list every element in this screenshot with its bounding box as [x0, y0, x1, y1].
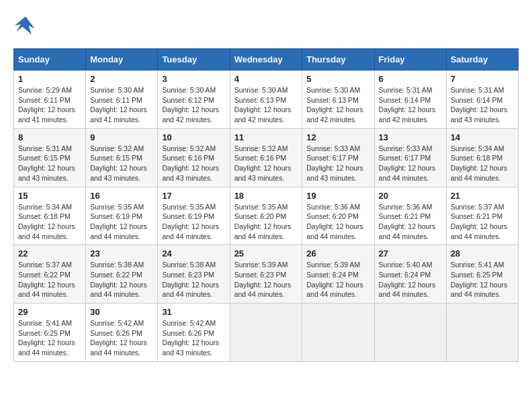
- day-number: 25: [234, 248, 298, 259]
- weekday-header: Wednesday: [230, 49, 302, 71]
- svg-marker-0: [15, 17, 35, 35]
- day-number: 29: [18, 307, 81, 317]
- day-number: 13: [379, 132, 442, 142]
- day-info: Sunrise: 5:33 AMSunset: 6:17 PMDaylight:…: [306, 144, 369, 183]
- calendar-cell: 9Sunrise: 5:32 AMSunset: 6:15 PMDaylight…: [86, 128, 158, 187]
- day-info: Sunrise: 5:42 AMSunset: 6:26 PMDaylight:…: [90, 318, 153, 358]
- day-info: Sunrise: 5:32 AMSunset: 6:15 PMDaylight:…: [90, 144, 153, 183]
- day-number: 21: [451, 191, 514, 201]
- calendar-cell: 14Sunrise: 5:34 AMSunset: 6:18 PMDayligh…: [446, 128, 518, 187]
- day-number: 19: [306, 191, 369, 201]
- day-number: 2: [90, 74, 153, 84]
- calendar-cell: 8Sunrise: 5:31 AMSunset: 6:15 PMDaylight…: [14, 128, 86, 187]
- page-header: [13, 13, 519, 38]
- calendar-cell: 17Sunrise: 5:35 AMSunset: 6:19 PMDayligh…: [158, 187, 230, 245]
- day-info: Sunrise: 5:38 AMSunset: 6:22 PMDaylight:…: [90, 260, 153, 300]
- day-number: 27: [379, 248, 442, 259]
- day-number: 6: [379, 74, 442, 84]
- day-info: Sunrise: 5:39 AMSunset: 6:23 PMDaylight:…: [234, 260, 298, 300]
- calendar-cell: [230, 304, 302, 362]
- day-number: 20: [379, 191, 442, 201]
- day-number: 18: [234, 191, 298, 201]
- day-number: 15: [18, 191, 81, 201]
- calendar-cell: 28Sunrise: 5:41 AMSunset: 6:25 PMDayligh…: [446, 245, 518, 304]
- weekday-header: Thursday: [302, 49, 374, 71]
- day-info: Sunrise: 5:30 AMSunset: 6:12 PMDaylight:…: [162, 85, 225, 125]
- day-info: Sunrise: 5:34 AMSunset: 6:18 PMDaylight:…: [451, 144, 514, 183]
- day-info: Sunrise: 5:35 AMSunset: 6:19 PMDaylight:…: [162, 202, 225, 242]
- day-info: Sunrise: 5:39 AMSunset: 6:24 PMDaylight:…: [306, 260, 369, 300]
- day-info: Sunrise: 5:34 AMSunset: 6:18 PMDaylight:…: [18, 202, 81, 242]
- day-number: 14: [451, 132, 514, 142]
- day-info: Sunrise: 5:31 AMSunset: 6:14 PMDaylight:…: [451, 85, 514, 125]
- day-number: 31: [162, 307, 225, 317]
- day-number: 22: [18, 248, 81, 259]
- day-number: 3: [162, 74, 225, 84]
- calendar-cell: 24Sunrise: 5:38 AMSunset: 6:23 PMDayligh…: [158, 245, 230, 304]
- calendar-cell: 22Sunrise: 5:37 AMSunset: 6:22 PMDayligh…: [14, 245, 86, 304]
- calendar-cell: 30Sunrise: 5:42 AMSunset: 6:26 PMDayligh…: [86, 304, 158, 362]
- calendar-table: SundayMondayTuesdayWednesdayThursdayFrid…: [13, 48, 519, 362]
- day-number: 30: [90, 307, 153, 317]
- calendar-cell: 18Sunrise: 5:35 AMSunset: 6:20 PMDayligh…: [230, 187, 302, 245]
- day-info: Sunrise: 5:32 AMSunset: 6:16 PMDaylight:…: [162, 144, 225, 183]
- day-info: Sunrise: 5:42 AMSunset: 6:26 PMDaylight:…: [162, 318, 225, 358]
- day-info: Sunrise: 5:38 AMSunset: 6:23 PMDaylight:…: [162, 260, 225, 300]
- day-info: Sunrise: 5:30 AMSunset: 6:13 PMDaylight:…: [306, 85, 369, 125]
- day-info: Sunrise: 5:36 AMSunset: 6:20 PMDaylight:…: [306, 202, 369, 242]
- day-number: 12: [306, 132, 369, 142]
- day-number: 28: [451, 248, 514, 259]
- day-number: 17: [162, 191, 225, 201]
- calendar-cell: 13Sunrise: 5:33 AMSunset: 6:17 PMDayligh…: [374, 128, 446, 187]
- day-info: Sunrise: 5:33 AMSunset: 6:17 PMDaylight:…: [379, 144, 442, 183]
- day-info: Sunrise: 5:36 AMSunset: 6:21 PMDaylight:…: [379, 202, 442, 242]
- day-number: 16: [90, 191, 153, 201]
- day-info: Sunrise: 5:37 AMSunset: 6:21 PMDaylight:…: [451, 202, 514, 242]
- calendar-cell: [302, 304, 374, 362]
- day-number: 7: [451, 74, 514, 84]
- day-number: 4: [234, 74, 298, 84]
- calendar-cell: [446, 304, 518, 362]
- calendar-cell: 29Sunrise: 5:41 AMSunset: 6:25 PMDayligh…: [14, 304, 86, 362]
- calendar-cell: 6Sunrise: 5:31 AMSunset: 6:14 PMDaylight…: [374, 71, 446, 129]
- day-info: Sunrise: 5:41 AMSunset: 6:25 PMDaylight:…: [451, 260, 514, 300]
- day-number: 23: [90, 248, 153, 259]
- day-info: Sunrise: 5:41 AMSunset: 6:25 PMDaylight:…: [18, 318, 81, 358]
- day-number: 8: [18, 132, 81, 142]
- day-info: Sunrise: 5:29 AMSunset: 6:11 PMDaylight:…: [18, 85, 81, 125]
- day-number: 11: [234, 132, 298, 142]
- day-number: 26: [306, 248, 369, 259]
- calendar-cell: 21Sunrise: 5:37 AMSunset: 6:21 PMDayligh…: [446, 187, 518, 245]
- day-number: 10: [162, 132, 225, 142]
- calendar-cell: 19Sunrise: 5:36 AMSunset: 6:20 PMDayligh…: [302, 187, 374, 245]
- calendar-cell: 20Sunrise: 5:36 AMSunset: 6:21 PMDayligh…: [374, 187, 446, 245]
- day-info: Sunrise: 5:35 AMSunset: 6:20 PMDaylight:…: [234, 202, 298, 242]
- day-info: Sunrise: 5:30 AMSunset: 6:13 PMDaylight:…: [234, 85, 298, 125]
- calendar-cell: 1Sunrise: 5:29 AMSunset: 6:11 PMDaylight…: [14, 71, 86, 129]
- day-info: Sunrise: 5:31 AMSunset: 6:14 PMDaylight:…: [379, 85, 442, 125]
- day-number: 24: [162, 248, 225, 259]
- logo-icon: [13, 13, 38, 38]
- day-info: Sunrise: 5:30 AMSunset: 6:11 PMDaylight:…: [90, 85, 153, 125]
- calendar-cell: 3Sunrise: 5:30 AMSunset: 6:12 PMDaylight…: [158, 71, 230, 129]
- day-info: Sunrise: 5:37 AMSunset: 6:22 PMDaylight:…: [18, 260, 81, 300]
- calendar-cell: 26Sunrise: 5:39 AMSunset: 6:24 PMDayligh…: [302, 245, 374, 304]
- logo: [13, 13, 40, 38]
- day-info: Sunrise: 5:35 AMSunset: 6:19 PMDaylight:…: [90, 202, 153, 242]
- weekday-header: Tuesday: [158, 49, 230, 71]
- weekday-header: Saturday: [446, 49, 518, 71]
- weekday-header: Sunday: [14, 49, 86, 71]
- day-info: Sunrise: 5:40 AMSunset: 6:24 PMDaylight:…: [379, 260, 442, 300]
- calendar-cell: 16Sunrise: 5:35 AMSunset: 6:19 PMDayligh…: [86, 187, 158, 245]
- calendar-cell: 11Sunrise: 5:32 AMSunset: 6:16 PMDayligh…: [230, 128, 302, 187]
- calendar-cell: 27Sunrise: 5:40 AMSunset: 6:24 PMDayligh…: [374, 245, 446, 304]
- day-number: 9: [90, 132, 153, 142]
- weekday-header: Monday: [86, 49, 158, 71]
- weekday-header: Friday: [374, 49, 446, 71]
- calendar-cell: 10Sunrise: 5:32 AMSunset: 6:16 PMDayligh…: [158, 128, 230, 187]
- day-number: 5: [306, 74, 369, 84]
- calendar-cell: 4Sunrise: 5:30 AMSunset: 6:13 PMDaylight…: [230, 71, 302, 129]
- calendar-cell: 12Sunrise: 5:33 AMSunset: 6:17 PMDayligh…: [302, 128, 374, 187]
- calendar-cell: [374, 304, 446, 362]
- calendar-cell: 5Sunrise: 5:30 AMSunset: 6:13 PMDaylight…: [302, 71, 374, 129]
